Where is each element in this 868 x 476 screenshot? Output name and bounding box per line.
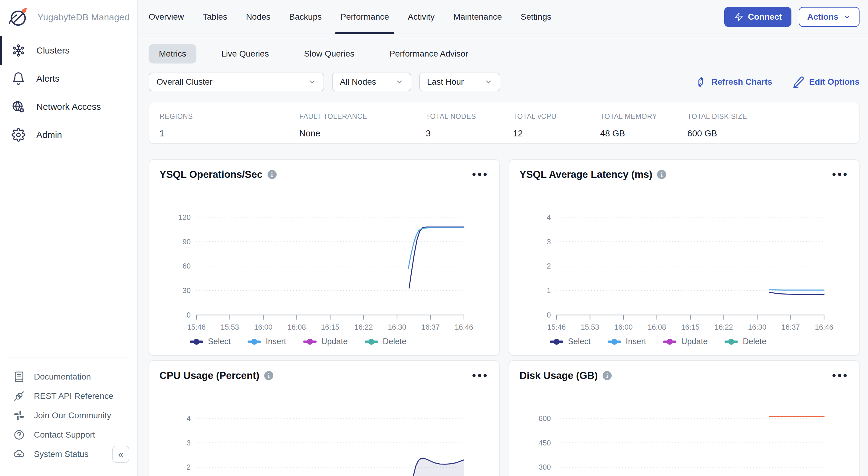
tab-performance[interactable]: Performance	[340, 0, 389, 34]
stat-total-nodes: TOTAL NODES 3	[426, 112, 513, 143]
chevron-down-icon	[485, 78, 492, 86]
svg-text:30: 30	[183, 286, 191, 295]
info-icon[interactable]: i	[657, 170, 666, 179]
brand-name: YugabyteDB Managed	[37, 12, 129, 22]
legend-item-select[interactable]: Select	[190, 337, 230, 346]
svg-text:60: 60	[183, 262, 191, 270]
help-circle-icon	[13, 429, 25, 441]
svg-text:16:00: 16:00	[254, 323, 272, 331]
ysql-latency-chart: 4321015:4615:5316:0016:0816:1516:2216:30…	[520, 182, 849, 348]
svg-text:16:37: 16:37	[421, 323, 440, 331]
chart-title: CPU Usage (Percent)	[159, 370, 259, 381]
sidebar-item-alerts[interactable]: Alerts	[0, 64, 137, 93]
sidebar-item-join-our-community[interactable]: Join Our Community	[0, 406, 137, 425]
cluster-scope-select[interactable]: Overall Cluster	[149, 73, 324, 91]
chevron-down-icon	[396, 78, 403, 86]
sidebar-footer: Documentation REST API Reference Join Ou…	[0, 357, 137, 476]
svg-text:16:30: 16:30	[748, 323, 766, 331]
svg-text:16:22: 16:22	[714, 323, 733, 331]
tab-backups[interactable]: Backups	[289, 0, 322, 34]
svg-text:15:53: 15:53	[581, 323, 599, 331]
footer-item-label: REST API Reference	[34, 391, 114, 401]
top-navigation: Overview Tables Nodes Backups Performanc…	[138, 0, 868, 34]
performance-subtabs: Metrics Live Queries Slow Queries Perfor…	[138, 34, 868, 64]
brand: YugabyteDB Managed	[0, 0, 137, 29]
chart-menu-button[interactable]: •••	[832, 373, 849, 379]
legend-item-insert[interactable]: Insert	[248, 337, 286, 346]
stat-total-disk-size: TOTAL DISK SIZE 600 GB	[687, 112, 859, 143]
yugabytedb-logo-icon	[8, 6, 30, 28]
footer-item-label: System Status	[34, 449, 89, 459]
sidebar-item-clusters[interactable]: Clusters	[0, 36, 137, 64]
legend-marker	[724, 341, 738, 343]
sidebar-item-network-access[interactable]: Network Access	[0, 93, 137, 121]
subtab-slow-queries[interactable]: Slow Queries	[293, 44, 365, 64]
connect-button[interactable]: Connect	[724, 7, 792, 27]
subtab-performance-advisor[interactable]: Performance Advisor	[379, 44, 478, 64]
svg-text:300: 300	[538, 463, 551, 471]
tab-overview[interactable]: Overview	[149, 0, 184, 34]
footer-item-label: Documentation	[34, 372, 91, 382]
svg-text:4: 4	[547, 213, 551, 222]
sidebar-item-rest-api-reference[interactable]: REST API Reference	[0, 386, 137, 406]
svg-text:4: 4	[187, 414, 191, 422]
lightning-bolt-icon	[734, 12, 744, 22]
svg-text:16:46: 16:46	[455, 323, 473, 331]
tab-settings[interactable]: Settings	[521, 0, 551, 34]
tab-activity[interactable]: Activity	[408, 0, 435, 34]
sidebar-item-label: Clusters	[36, 45, 70, 56]
footer-item-label: Contact Support	[34, 430, 95, 440]
legend-item-update[interactable]: Update	[663, 337, 708, 346]
svg-text:3: 3	[187, 439, 191, 447]
sidebar-nav: Clusters Alerts Network Access	[0, 36, 137, 149]
chart-card-disk-usage: Disk Usage (GB) i ••• 600450300150015:46…	[509, 360, 860, 476]
slack-icon	[13, 410, 25, 421]
sidebar-item-admin[interactable]: Admin	[0, 121, 137, 149]
svg-text:0: 0	[187, 311, 191, 319]
cluster-summary-card: REGIONS 1 FAULT TOLERANCE None TOTAL NOD…	[149, 102, 860, 144]
legend-marker	[190, 341, 203, 343]
svg-text:600: 600	[538, 414, 551, 422]
chart-menu-button[interactable]: •••	[832, 171, 849, 177]
legend-item-delete[interactable]: Delete	[724, 337, 766, 346]
subtab-live-queries[interactable]: Live Queries	[211, 44, 279, 64]
chart-menu-button[interactable]: •••	[472, 373, 489, 379]
time-range-select[interactable]: Last Hour	[419, 73, 500, 91]
svg-text:120: 120	[178, 213, 191, 222]
main-content: Overview Tables Nodes Backups Performanc…	[138, 0, 868, 476]
tab-tables[interactable]: Tables	[203, 0, 227, 34]
legend-item-update[interactable]: Update	[303, 337, 348, 346]
edit-options-link[interactable]: Edit Options	[792, 76, 860, 88]
tab-nodes[interactable]: Nodes	[246, 0, 271, 34]
bell-icon	[11, 72, 25, 86]
tab-maintenance[interactable]: Maintenance	[453, 0, 502, 34]
charts-grid: YSQL Operations/Sec i ••• 120906030015:4…	[149, 159, 860, 476]
chart-card-cpu-usage: CPU Usage (Percent) i ••• 4321015:4615:5…	[149, 360, 500, 476]
refresh-charts-link[interactable]: Refresh Charts	[694, 76, 772, 88]
info-icon[interactable]: i	[264, 371, 273, 380]
svg-text:16:08: 16:08	[287, 323, 306, 331]
node-scope-select[interactable]: All Nodes	[332, 73, 411, 91]
svg-text:15:46: 15:46	[187, 323, 206, 331]
chart-menu-button[interactable]: •••	[472, 171, 489, 177]
sidebar-item-label: Admin	[36, 130, 62, 140]
svg-text:16:37: 16:37	[781, 323, 800, 331]
svg-text:16:46: 16:46	[815, 323, 833, 331]
actions-button[interactable]: Actions	[799, 7, 860, 27]
sidebar-item-documentation[interactable]: Documentation	[0, 367, 137, 386]
legend-item-insert[interactable]: Insert	[608, 337, 647, 346]
svg-text:16:00: 16:00	[614, 323, 632, 331]
sidebar-item-contact-support[interactable]: Contact Support	[0, 425, 137, 445]
info-icon[interactable]: i	[602, 371, 612, 380]
legend-item-select[interactable]: Select	[550, 337, 591, 346]
sidebar-divider	[8, 357, 129, 358]
sidebar-collapse-button[interactable]: «	[112, 446, 129, 463]
info-icon[interactable]: i	[268, 170, 277, 179]
subtab-metrics[interactable]: Metrics	[149, 44, 196, 64]
metrics-filters: Overall Cluster All Nodes Last Hour Refr…	[138, 64, 868, 91]
svg-text:16:22: 16:22	[354, 323, 373, 331]
legend-item-delete[interactable]: Delete	[365, 337, 406, 346]
clusters-icon	[11, 43, 25, 58]
chart-title: Disk Usage (GB)	[520, 370, 598, 381]
pencil-icon	[792, 76, 804, 88]
